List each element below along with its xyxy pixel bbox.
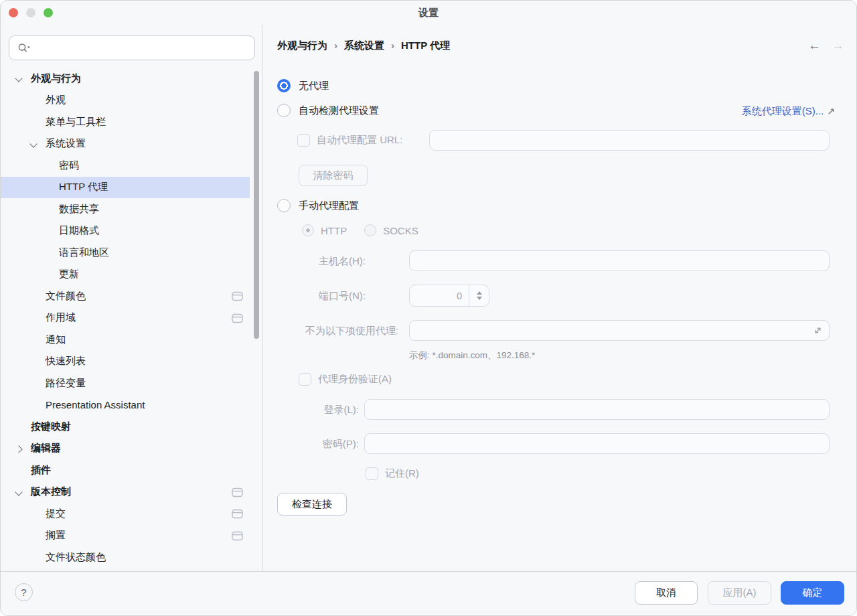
chevron-down-icon[interactable] — [15, 488, 22, 495]
breadcrumb-separator: › — [334, 40, 337, 51]
sidebar-item-label: 搁置 — [46, 529, 66, 542]
check-connection-button[interactable]: 检查连接 — [277, 493, 347, 516]
login-label: 登录(L): — [319, 404, 359, 416]
remember-row: 记住(R) — [366, 467, 419, 480]
search-box[interactable] — [9, 35, 255, 60]
search-input[interactable] — [35, 42, 248, 54]
sidebar-item-label: 路径变量 — [46, 377, 86, 390]
stepper-down-icon — [477, 297, 482, 300]
sidebar-item-label: 版本控制 — [31, 485, 71, 498]
sidebar-item-label: 密码 — [59, 159, 79, 172]
sidebar-item-label: 系统设置 — [46, 137, 86, 150]
proxy-type-row: HTTP SOCKS — [302, 224, 418, 236]
auto-detect-option[interactable]: 自动检测代理设置 — [277, 104, 379, 117]
manual-proxy-option[interactable]: 手动代理配置 — [277, 199, 359, 212]
sidebar-item[interactable]: Presentation Assistant — [1, 394, 250, 416]
sidebar-item[interactable]: 菜单与工具栏 — [1, 111, 250, 133]
auto-detect-label: 自动检测代理设置 — [299, 104, 379, 117]
http-proxy-panel: 外观与行为›系统设置›HTTP 代理 ← → 无代理 自动检测代理设置 系统代理… — [263, 25, 856, 572]
settings-sidebar: 外观与行为外观菜单与工具栏系统设置密码HTTP 代理数据共享日期格式语言和地区更… — [1, 25, 262, 572]
apply-button: 应用(A) — [708, 581, 771, 605]
breadcrumb-part[interactable]: HTTP 代理 — [401, 40, 450, 51]
project-level-icon — [232, 509, 243, 519]
cancel-button[interactable]: 取消 — [635, 581, 698, 605]
breadcrumb-part[interactable]: 系统设置 — [344, 40, 384, 51]
proxy-auth-label: 代理身份验证(A) — [318, 373, 392, 386]
sidebar-item-label: 插件 — [31, 464, 51, 477]
auto-url-checkbox — [297, 134, 310, 147]
sidebar-item[interactable]: 编辑器 — [1, 438, 250, 460]
sidebar-item-label: HTTP 代理 — [59, 181, 108, 194]
sidebar-item[interactable]: 搁置 — [1, 525, 250, 547]
sidebar-item[interactable]: 语言和地区 — [1, 242, 250, 264]
sidebar-item-label: 外观 — [46, 94, 66, 106]
password-input — [364, 433, 830, 454]
sidebar-item-label: 更新 — [59, 268, 79, 281]
sidebar-item-label: 文件状态颜色 — [46, 551, 106, 564]
sidebar-item[interactable]: 通知 — [1, 329, 250, 351]
expand-icon — [813, 325, 823, 335]
footer-bar: ? 取消 应用(A) 确定 — [1, 571, 856, 615]
search-icon — [17, 42, 31, 54]
chevron-right-icon[interactable] — [15, 445, 22, 453]
settings-tree: 外观与行为外观菜单与工具栏系统设置密码HTTP 代理数据共享日期格式语言和地区更… — [1, 68, 262, 568]
radio-http — [302, 224, 314, 236]
sidebar-item-label: Presentation Assistant — [46, 399, 145, 410]
remember-label: 记住(R) — [385, 467, 419, 480]
sidebar-item[interactable]: 数据共享 — [1, 198, 250, 220]
project-level-icon — [232, 487, 243, 497]
sidebar-item-label: 作用域 — [46, 311, 76, 324]
sidebar-item[interactable]: 版本控制 — [1, 481, 250, 504]
port-input: 0 — [409, 285, 489, 307]
project-level-icon — [232, 313, 243, 323]
sidebar-item[interactable]: 外观 — [1, 90, 250, 112]
sidebar-item[interactable]: 提交 — [1, 503, 250, 525]
host-label: 主机名(H): — [319, 255, 366, 268]
back-arrow-icon[interactable]: ← — [808, 38, 821, 53]
radio-manual-proxy[interactable] — [277, 199, 291, 212]
password-label: 密码(P): — [319, 438, 359, 451]
sidebar-item[interactable]: 外观与行为 — [1, 68, 250, 90]
port-stepper — [469, 285, 489, 306]
system-proxy-settings-link[interactable]: 系统代理设置(S)...↗ — [742, 105, 835, 118]
auto-url-row: 自动代理配置 URL: — [297, 134, 402, 147]
radio-no-proxy[interactable] — [277, 79, 291, 92]
sidebar-item-label: 语言和地区 — [59, 246, 109, 259]
sidebar-item[interactable]: 密码 — [1, 155, 250, 177]
radio-socks — [364, 224, 376, 236]
sidebar-item-label: 外观与行为 — [31, 72, 81, 85]
sidebar-item[interactable]: 更新 — [1, 264, 250, 286]
sidebar-item[interactable]: 快速列表 — [1, 351, 250, 373]
sidebar-item[interactable]: 路径变量 — [1, 372, 250, 394]
host-input — [409, 250, 830, 271]
sidebar-item[interactable]: 文件状态颜色 — [1, 546, 250, 568]
external-link-icon: ↗ — [827, 106, 835, 117]
chevron-down-icon[interactable] — [29, 140, 37, 147]
chevron-down-icon[interactable] — [15, 74, 22, 82]
help-button[interactable]: ? — [15, 583, 33, 601]
no-proxy-option[interactable]: 无代理 — [277, 79, 329, 92]
sidebar-item[interactable]: 插件 — [1, 459, 250, 481]
port-value: 0 — [410, 285, 469, 306]
ok-button[interactable]: 确定 — [781, 581, 844, 605]
project-level-icon — [232, 531, 243, 541]
sidebar-item[interactable]: 文件颜色 — [1, 285, 250, 307]
sidebar-item-label: 数据共享 — [59, 203, 99, 216]
sidebar-item[interactable]: 系统设置 — [1, 133, 250, 155]
sidebar-item-label: 日期格式 — [59, 224, 99, 237]
sidebar-item[interactable]: 日期格式 — [1, 220, 250, 242]
breadcrumb-part[interactable]: 外观与行为 — [277, 40, 327, 51]
clear-passwords-button: 清除密码 — [299, 165, 368, 186]
radio-auto-detect[interactable] — [277, 104, 291, 117]
sidebar-scrollbar-thumb[interactable] — [254, 71, 259, 339]
sidebar-item-label: 提交 — [46, 508, 66, 520]
sidebar-item-label: 按键映射 — [31, 420, 71, 433]
proxy-auth-row: 代理身份验证(A) — [299, 373, 392, 386]
sidebar-item[interactable]: 按键映射 — [1, 416, 250, 438]
sidebar-item-label: 编辑器 — [31, 442, 61, 455]
proxy-auth-checkbox — [299, 373, 311, 386]
sidebar-item[interactable]: 作用域 — [1, 307, 250, 329]
sidebar-item[interactable]: HTTP 代理 — [1, 177, 250, 199]
window-title: 设置 — [1, 7, 856, 19]
no-proxy-label: 无代理 — [299, 80, 329, 92]
